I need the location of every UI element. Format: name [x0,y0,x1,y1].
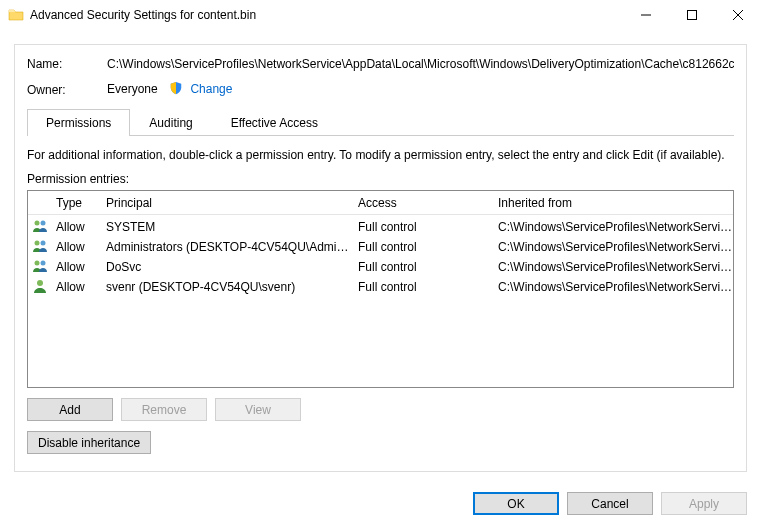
table-row[interactable]: Allowsvenr (DESKTOP-4CV54QU\svenr)Full c… [28,277,733,297]
minimize-button[interactable] [623,0,669,30]
cell-access: Full control [352,220,492,234]
cancel-button[interactable]: Cancel [567,492,653,515]
cell-inherited: C:\Windows\ServiceProfiles\NetworkServic… [492,240,733,254]
main-panel: Name: C:\Windows\ServiceProfiles\Network… [14,44,747,472]
cell-inherited: C:\Windows\ServiceProfiles\NetworkServic… [492,220,733,234]
table-row[interactable]: AllowDoSvcFull controlC:\Windows\Service… [28,257,733,277]
ok-button[interactable]: OK [473,492,559,515]
name-label: Name: [27,57,107,71]
tab-effective-access[interactable]: Effective Access [212,109,337,136]
cell-type: Allow [50,240,100,254]
cell-access: Full control [352,260,492,274]
svg-rect-1 [688,11,697,20]
svg-point-7 [41,240,46,245]
cell-principal: Administrators (DESKTOP-4CV54QU\Admin... [100,240,352,254]
col-principal[interactable]: Principal [100,196,352,210]
dialog-buttons: OK Cancel Apply [0,482,761,516]
cell-access: Full control [352,280,492,294]
add-button[interactable]: Add [27,398,113,421]
close-button[interactable] [715,0,761,30]
window-buttons [623,0,761,30]
svg-point-10 [37,280,43,286]
cell-type: Allow [50,260,100,274]
cell-type: Allow [50,220,100,234]
permissions-grid[interactable]: Type Principal Access Inherited from All… [27,190,734,388]
col-type[interactable]: Type [50,196,100,210]
cell-inherited: C:\Windows\ServiceProfiles\NetworkServic… [492,260,733,274]
table-row[interactable]: AllowSYSTEMFull controlC:\Windows\Servic… [28,217,733,237]
svg-point-4 [35,220,40,225]
maximize-button[interactable] [669,0,715,30]
apply-button[interactable]: Apply [661,492,747,515]
tab-permissions[interactable]: Permissions [27,109,130,136]
tab-bar: Permissions Auditing Effective Access [27,108,734,136]
name-value: C:\Windows\ServiceProfiles\NetworkServic… [107,57,734,71]
cell-principal: svenr (DESKTOP-4CV54QU\svenr) [100,280,352,294]
titlebar: Advanced Security Settings for content.b… [0,0,761,30]
svg-point-5 [41,220,46,225]
entries-label: Permission entries: [27,172,734,186]
principal-icon [28,258,50,277]
principal-icon [28,218,50,237]
col-inherited[interactable]: Inherited from [492,196,733,210]
col-access[interactable]: Access [352,196,492,210]
cell-access: Full control [352,240,492,254]
cell-inherited: C:\Windows\ServiceProfiles\NetworkServic… [492,280,733,294]
view-button[interactable]: View [215,398,301,421]
owner-value: Everyone [107,82,158,96]
change-owner-link[interactable]: Change [190,82,232,96]
cell-type: Allow [50,280,100,294]
instructions-text: For additional information, double-click… [27,148,734,162]
principal-icon [28,238,50,257]
remove-button[interactable]: Remove [121,398,207,421]
cell-principal: DoSvc [100,260,352,274]
svg-point-6 [35,240,40,245]
disable-inheritance-button[interactable]: Disable inheritance [27,431,151,454]
svg-point-9 [41,260,46,265]
grid-header[interactable]: Type Principal Access Inherited from [28,191,733,215]
cell-principal: SYSTEM [100,220,352,234]
principal-icon [28,278,50,297]
owner-label: Owner: [27,83,107,97]
shield-icon [169,81,183,98]
tab-auditing[interactable]: Auditing [130,109,211,136]
folder-icon [8,7,24,23]
svg-point-8 [35,260,40,265]
table-row[interactable]: AllowAdministrators (DESKTOP-4CV54QU\Adm… [28,237,733,257]
window-title: Advanced Security Settings for content.b… [30,8,623,22]
